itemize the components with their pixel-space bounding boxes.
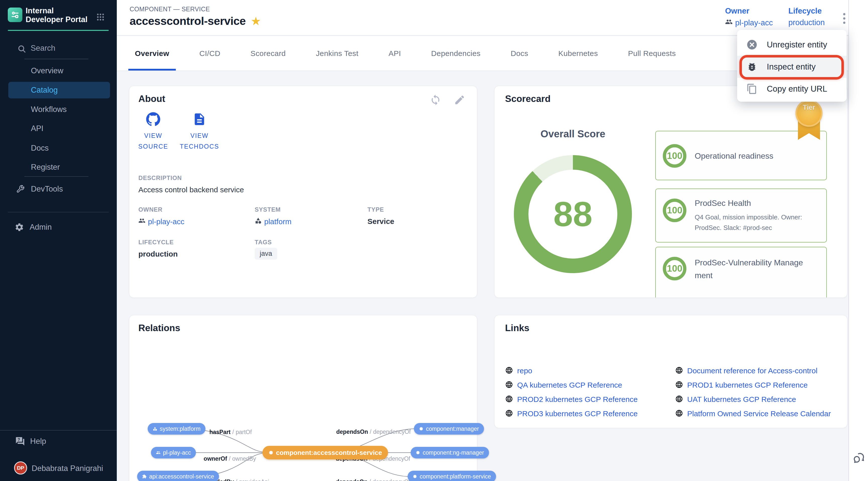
search-input[interactable]: Search [0,42,117,56]
sidebar-item-overview[interactable]: Overview [0,63,117,78]
link-prod2-k8s[interactable]: PROD2 kubernetes GCP Reference [505,394,638,405]
type-field-label: TYPE [367,206,384,213]
refresh-icon[interactable] [430,94,441,106]
overall-score-value: 88 [553,194,592,234]
graph-node-component-accesscontrol-service[interactable]: component:accesscontrol-service [262,446,388,459]
techdocs-document-icon [192,123,207,127]
system-field-link[interactable]: platform [255,217,291,226]
bug-icon [737,61,767,72]
view-techdocs-link[interactable]: VIEW TECHDOCS [178,112,221,152]
view-source-link[interactable]: VIEW SOURCE [134,112,172,152]
system-field-label: SYSTEM [255,206,281,213]
menu-item-unregister-entity[interactable]: Unregister entity [737,34,847,56]
tab-scorecard[interactable]: Scorecard [250,36,285,70]
chip-icon [419,426,424,431]
tab-overview[interactable]: Overview [135,36,169,70]
link-uat-k8s[interactable]: UAT kubernetes GCP Reference [675,394,796,405]
graph-node-pl-play-acc[interactable]: pl-play-acc [151,447,196,458]
unregister-cancel-icon [737,39,767,51]
graph-node-api-accesscontrol-service[interactable]: api:accesscontrol-service [137,471,219,481]
owner-field-label: OWNER [138,206,162,213]
tab-pull-requests[interactable]: Pull Requests [628,36,676,70]
scorecard-title: Scorecard [505,94,551,104]
graph-node-component-manager[interactable]: component:manager [414,423,484,435]
scrollbar-gutter[interactable] [848,0,868,481]
sidebar-item-api[interactable]: API [0,121,117,136]
edge-label: dependsOn/dependencyOf [336,428,411,435]
menu-item-copy-entity-url[interactable]: Copy entity URL [737,78,847,100]
header-owner-block: Owner pl-play-acc [725,6,773,28]
criteria-card-prodsec-health[interactable]: 100 ProdSec Health Q4 Goal, mission impo… [655,189,827,243]
sidebar-item-admin[interactable]: Admin [0,220,117,235]
system-category-icon [153,426,157,431]
criteria-card-operational-readiness[interactable]: 100 Operational readiness [655,131,827,180]
content-area: About VIEW SOURCE VIEW T [117,71,848,481]
sidebar-item-devtools[interactable]: DevTools [0,182,117,197]
github-icon [146,123,160,127]
sidebar-item-catalog[interactable]: Catalog [8,82,110,98]
entity-header: COMPONENT — SERVICE accesscontrol-servic… [117,0,848,36]
sidebar-item-docs[interactable]: Docs [0,140,117,156]
menu-item-inspect-entity[interactable]: Inspect entity [737,56,847,78]
link-prod3-k8s[interactable]: PROD3 kubernetes GCP Reference [505,409,638,419]
sidebar-item-workflows[interactable]: Workflows [0,102,117,117]
sidebar-accent-rule [8,30,109,31]
sidebar-item-help[interactable]: ? Help [0,434,117,449]
tab-dependencies[interactable]: Dependencies [431,36,481,70]
graph-node-system-platform[interactable]: system:platform [148,423,206,435]
sidebar-divider [0,430,117,430]
tag-chip[interactable]: java [255,248,277,260]
type-field-value: Service [367,217,394,226]
about-card: About VIEW SOURCE VIEW T [129,86,477,298]
overall-score-gauge: 88 [514,155,632,273]
criteria-title: ProdSec Health [695,199,751,208]
scorecard-card: Scorecard Tier Overall Score 88 100 Oper… [494,86,847,298]
gear-icon [14,222,24,234]
favorite-star-icon[interactable]: ★ [251,15,261,27]
link-repo[interactable]: repo [505,366,532,376]
owner-link[interactable]: pl-play-acc [735,18,773,27]
tab-docs[interactable]: Docs [510,36,528,70]
link-doc-reference[interactable]: Document reference for Access-control [675,366,817,376]
entity-kind-breadcrumb: COMPONENT — SERVICE [130,5,210,13]
header-lifecycle-block: Lifecycle production [788,6,825,27]
apps-grid-icon[interactable] [96,12,105,22]
about-title: About [138,94,165,104]
edge-label: hasPart/partOf [210,429,252,436]
graph-node-component-ng-manager[interactable]: component:ng-manager [411,447,489,458]
link-prod1-k8s[interactable]: PROD1 kubernetes GCP Reference [675,380,808,390]
tab-kubernetes[interactable]: Kubernetes [558,36,598,70]
user-name: Debabrata Panigrahi [32,464,103,473]
sidebar-divider [24,176,88,177]
owner-field-link[interactable]: pl-play-acc [138,217,184,226]
criteria-card-prodsec-vulnerability[interactable]: 100 ProdSec-Vulnerability Management [655,247,827,298]
globe-icon [505,395,513,404]
edit-pencil-icon[interactable] [454,94,465,106]
page-title: accesscontrol-service [130,14,246,28]
globe-icon [505,366,513,375]
globe-icon [675,366,683,375]
link-release-calendar[interactable]: Platform Owned Service Release Calendar [675,409,831,419]
more-options-kebab-icon[interactable] [839,11,849,26]
tab-jenkins-test[interactable]: Jenkins Test [316,36,359,70]
edge-label: dependsOn/dependencyOf [336,479,410,481]
globe-icon [505,381,513,390]
globe-icon [675,381,683,390]
group-icon [156,450,160,455]
wrench-icon [16,185,25,195]
criteria-description: Q4 Goal, mission impossible. Owner: Prod… [695,212,828,233]
entity-context-menu: Unregister entity Inspect entity Copy en… [737,30,847,102]
user-profile[interactable]: DP Debabrata Panigrahi [0,461,117,477]
graph-node-component-platform-service[interactable]: component:platform-service [408,471,496,481]
criteria-title: ProdSec-Vulnerability Management [695,256,803,282]
tab-api[interactable]: API [389,36,401,70]
criteria-score-badge: 100 [663,199,686,222]
sidebar-item-register[interactable]: Register [0,160,117,175]
criteria-score-badge: 100 [663,144,686,168]
link-qa-k8s[interactable]: QA kubernetes GCP Reference [505,380,622,390]
feedback-chat-icon[interactable] [852,451,866,466]
help-chat-icon: ? [15,436,25,448]
brand-logo-icon [8,7,22,22]
chip-icon [416,450,420,455]
tab-cicd[interactable]: CI/CD [199,36,220,70]
